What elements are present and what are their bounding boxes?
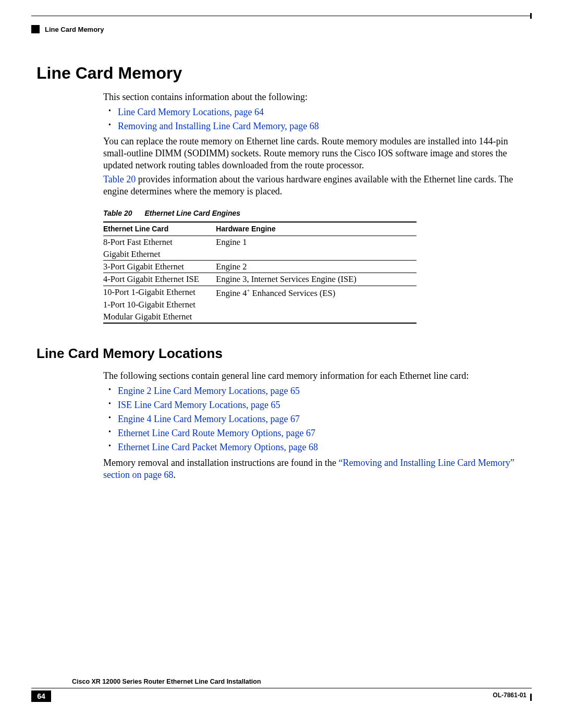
intro-paragraph-1: You can replace the route memory on Ethe…	[103, 135, 527, 171]
table-row: 8-Port Fast Ethernet Engine 1	[103, 236, 417, 249]
table-row: Modular Gigabit Ethernet	[103, 311, 417, 323]
locations-bullets: Engine 2 Line Card Memory Locations, pag…	[103, 385, 527, 453]
link-removing-installing[interactable]: Removing and Installing Line Card Memory…	[118, 121, 319, 131]
square-icon	[31, 25, 40, 33]
intro-paragraph-2: Table 20 provides information about the …	[103, 174, 527, 198]
table-caption-label: Table 20	[103, 209, 132, 217]
intro-line: This section contains information about …	[103, 91, 527, 103]
footer-rule	[31, 688, 532, 688]
locations-intro: The following sections contain general l…	[103, 370, 527, 382]
header-rule-endcap	[530, 13, 532, 19]
doc-id-endcap	[530, 694, 532, 701]
link-engine4-locations[interactable]: Engine 4 Line Card Memory Locations, pag…	[118, 414, 300, 424]
table-row: 10-Port 1-Gigabit Ethernet Engine 4+ Enh…	[103, 286, 417, 299]
link-ise-locations[interactable]: ISE Line Card Memory Locations, page 65	[118, 400, 280, 410]
locations-closing: Memory removal and installation instruct…	[103, 457, 527, 481]
intro-bullets: Line Card Memory Locations, page 64 Remo…	[103, 106, 527, 132]
table-row: 4-Port Gigabit Ethernet ISE Engine 3, In…	[103, 273, 417, 286]
link-engine2-locations[interactable]: Engine 2 Line Card Memory Locations, pag…	[118, 386, 300, 396]
header-rule	[31, 16, 532, 16]
running-header: Line Card Memory	[31, 25, 104, 33]
closing-pre: Memory removal and installation instruct…	[103, 458, 338, 468]
table-caption-title: Ethernet Line Card Engines	[145, 209, 241, 217]
heading-main: Line Card Memory	[36, 64, 527, 83]
table-row: 3-Port Gigabit Ethernet Engine 2	[103, 261, 417, 273]
doc-id: OL-7861-01	[493, 692, 527, 699]
running-title: Line Card Memory	[45, 26, 104, 33]
table-header-col2: Hardware Engine	[216, 222, 417, 236]
footer-book-title: Cisco XR 12000 Series Router Ethernet Li…	[72, 678, 261, 685]
closing-post: .	[173, 470, 176, 480]
table-header-col1: Ethernet Line Card	[103, 222, 216, 236]
link-packet-memory-options[interactable]: Ethernet Line Card Packet Memory Options…	[118, 442, 318, 452]
page-number: 64	[31, 690, 51, 702]
link-table-20[interactable]: Table 20	[103, 174, 136, 184]
engine-table: Ethernet Line Card Hardware Engine 8-Por…	[103, 221, 417, 324]
link-route-memory-options[interactable]: Ethernet Line Card Route Memory Options,…	[118, 428, 315, 438]
intro-paragraph-2-rest: provides information about the various h…	[103, 174, 513, 196]
heading-sub: Line Card Memory Locations	[36, 346, 527, 362]
table-caption: Table 20Ethernet Line Card Engines	[103, 209, 527, 218]
table-row: 1-Port 10-Gigabit Ethernet	[103, 299, 417, 311]
table-row: Gigabit Ethernet	[103, 248, 417, 261]
link-memory-locations[interactable]: Line Card Memory Locations, page 64	[118, 107, 264, 117]
